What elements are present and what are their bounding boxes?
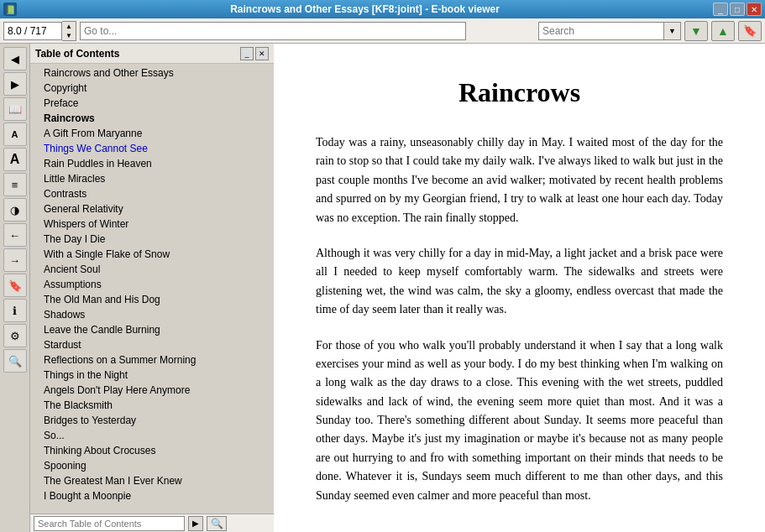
toc-item-28[interactable]: I Bought a Moonpie xyxy=(30,488,274,503)
page-spinners: ▲ ▼ xyxy=(62,21,76,41)
search-dropdown-button[interactable]: ▼ xyxy=(664,22,681,40)
search-input[interactable] xyxy=(538,22,664,40)
toc-search-button[interactable]: ▶ xyxy=(188,516,203,531)
left-panel-area: ◀ ▶ 📖 A A ≡ ◑ ← → 🔖 ℹ ⚙ 🔍 Table of Conte… xyxy=(0,44,274,532)
toc-item-10[interactable]: Whispers of Winter xyxy=(30,216,274,232)
info-icon[interactable]: ℹ xyxy=(3,299,27,322)
nav-forward-icon[interactable]: → xyxy=(3,248,27,272)
close-button[interactable]: ✕ xyxy=(747,3,762,16)
middle-section: ◀ ▶ 📖 A A ≡ ◑ ← → 🔖 ℹ ⚙ 🔍 Table of Conte… xyxy=(0,44,765,532)
layout-icon[interactable]: ≡ xyxy=(3,173,27,196)
window-controls: _ □ ✕ xyxy=(713,3,762,16)
toc-item-5[interactable]: Things We Cannot See xyxy=(30,141,274,156)
toc-search-input[interactable] xyxy=(34,516,185,531)
page-input-group: ▲ ▼ xyxy=(3,21,76,41)
minimize-button[interactable]: _ xyxy=(713,3,728,16)
sidebar-icons: ◀ ▶ 📖 A A ≡ ◑ ← → 🔖 ℹ ⚙ 🔍 xyxy=(0,44,30,532)
toc-item-8[interactable]: Contrasts xyxy=(30,186,274,201)
goto-input[interactable] xyxy=(80,22,466,40)
toc-item-0[interactable]: Raincrows and Other Essays xyxy=(30,65,274,81)
toc-search-bar: ▶ 🔍 xyxy=(30,514,274,532)
toc-item-15[interactable]: The Old Man and His Dog xyxy=(30,292,274,307)
title-bar-left: 📗 xyxy=(3,3,17,16)
bookmark-side-icon[interactable]: 🔖 xyxy=(3,274,27,297)
toc-item-19[interactable]: Reflections on a Summer Morning xyxy=(30,352,274,368)
toc-panel: Table of Contents _ ✕ Raincrows and Othe… xyxy=(30,44,274,532)
nav-prev-button[interactable]: ▼ xyxy=(684,21,708,41)
book-icon[interactable]: 📖 xyxy=(3,97,27,121)
toc-item-22[interactable]: The Blacksmith xyxy=(30,398,274,413)
toc-minimize-button[interactable]: _ xyxy=(240,47,254,60)
settings-icon[interactable]: ⚙ xyxy=(3,324,27,347)
toc-item-17[interactable]: Leave the Candle Burning xyxy=(30,322,274,337)
content-area: Raincrows Today was a rainy, unseasonabl… xyxy=(274,44,765,532)
chapter-title: Raincrows xyxy=(316,77,723,108)
toc-item-7[interactable]: Little Miracles xyxy=(30,171,274,186)
page-input[interactable] xyxy=(3,22,62,40)
toc-content-area: Raincrows and Other EssaysCopyrightPrefa… xyxy=(30,64,274,514)
forward-icon[interactable]: ▶ xyxy=(3,72,27,96)
toc-item-18[interactable]: Stardust xyxy=(30,337,274,352)
toc-item-26[interactable]: Spooning xyxy=(30,458,274,473)
toc-item-12[interactable]: With a Single Flake of Snow xyxy=(30,247,274,262)
search-group: ▼ xyxy=(538,22,681,40)
toc-filter-icon[interactable]: 🔍 xyxy=(207,516,227,531)
toc-close-button[interactable]: ✕ xyxy=(255,47,269,60)
nav-next-button[interactable]: ▲ xyxy=(711,21,735,41)
toc-item-2[interactable]: Preface xyxy=(30,96,274,111)
content-paragraph-2: Although it was very chilly for a day in… xyxy=(316,244,723,320)
content-paragraph-3: For those of you who walk you'll probabl… xyxy=(316,336,723,506)
bookmark-button[interactable]: 🔖 xyxy=(738,21,762,41)
maximize-button[interactable]: □ xyxy=(730,3,745,16)
main-toolbar: ▲ ▼ ▼ ▼ ▲ 🔖 xyxy=(0,18,765,44)
toc-item-6[interactable]: Rain Puddles in Heaven xyxy=(30,156,274,171)
nav-back-icon[interactable]: ← xyxy=(3,223,27,247)
toc-item-3[interactable]: Raincrows xyxy=(30,111,274,126)
toc-item-13[interactable]: Ancient Soul xyxy=(30,262,274,277)
toc-header: Table of Contents _ ✕ xyxy=(30,44,274,64)
app-icon: 📗 xyxy=(3,3,17,16)
window-title: Raincrows and Other Essays [KF8:joint] -… xyxy=(17,3,713,15)
toc-item-14[interactable]: Assumptions xyxy=(30,277,274,292)
toc-item-25[interactable]: Thinking About Crocuses xyxy=(30,443,274,458)
color-icon[interactable]: ◑ xyxy=(3,198,27,222)
toc-item-23[interactable]: Bridges to Yesterday xyxy=(30,413,274,428)
toc-title: Table of Contents xyxy=(35,48,119,60)
toc-item-20[interactable]: Things in the Night xyxy=(30,368,274,383)
toc-item-21[interactable]: Angels Don't Play Here Anymore xyxy=(30,383,274,398)
toc-item-11[interactable]: The Day I Die xyxy=(30,232,274,247)
toc-item-24[interactable]: So... xyxy=(30,428,274,443)
font-large-icon[interactable]: A xyxy=(3,148,27,171)
title-bar: 📗 Raincrows and Other Essays [KF8:joint]… xyxy=(0,0,765,18)
content-paragraph-1: Today was a rainy, unseasonably chilly d… xyxy=(316,133,723,227)
toc-list: Raincrows and Other EssaysCopyrightPrefa… xyxy=(30,64,274,514)
toc-item-16[interactable]: Shadows xyxy=(30,307,274,322)
search-side-icon[interactable]: 🔍 xyxy=(3,349,27,373)
toc-item-9[interactable]: General Relativity xyxy=(30,201,274,216)
toc-item-4[interactable]: A Gift From Maryanne xyxy=(30,126,274,141)
back-icon[interactable]: ◀ xyxy=(3,47,27,70)
toc-item-1[interactable]: Copyright xyxy=(30,81,274,96)
toc-header-buttons: _ ✕ xyxy=(240,47,269,60)
toc-item-27[interactable]: The Greatest Man I Ever Knew xyxy=(30,473,274,488)
font-small-icon[interactable]: A xyxy=(3,123,27,146)
page-spin-down[interactable]: ▼ xyxy=(62,31,76,40)
page-spin-up[interactable]: ▲ xyxy=(62,22,76,31)
